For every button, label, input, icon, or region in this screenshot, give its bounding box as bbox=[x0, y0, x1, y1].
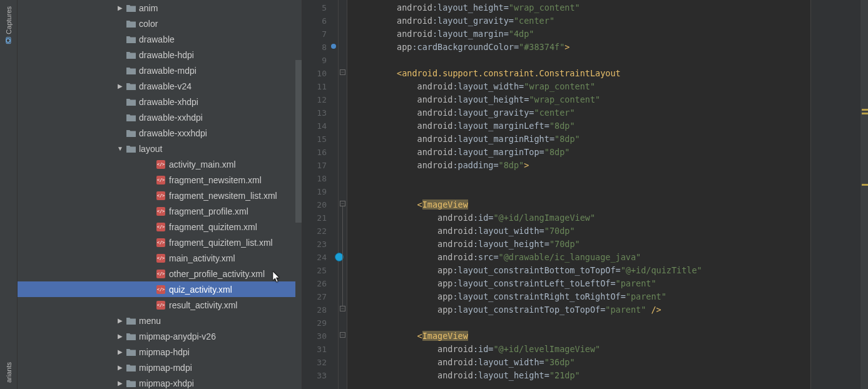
tree-folder[interactable]: ▶mipmap-anydpi-v26 bbox=[18, 328, 302, 344]
code-line[interactable]: android:layout_width="70dp" bbox=[356, 225, 810, 238]
tree-file[interactable]: main_activity.xml bbox=[18, 250, 302, 266]
tree-folder[interactable]: drawable-mdpi bbox=[18, 63, 302, 78]
line-number[interactable]: 33 bbox=[302, 369, 327, 382]
line-number[interactable]: 15 bbox=[302, 133, 327, 146]
warning-marker[interactable] bbox=[862, 109, 868, 111]
line-number[interactable]: 25 bbox=[302, 264, 327, 277]
tree-file[interactable]: result_activity.xml bbox=[18, 297, 302, 313]
tree-folder[interactable]: drawable-xhdpi bbox=[18, 94, 302, 109]
tree-folder[interactable]: drawable-xxhdpi bbox=[18, 109, 302, 125]
tree-folder[interactable]: ▶mipmap-hdpi bbox=[18, 344, 302, 360]
line-number[interactable]: 18 bbox=[302, 172, 327, 185]
line-number[interactable]: 8 bbox=[302, 41, 327, 54]
code-line[interactable]: android:layout_marginLeft="8dp" bbox=[356, 119, 810, 133]
warning-marker[interactable] bbox=[862, 113, 868, 114]
line-number[interactable]: 22 bbox=[302, 225, 327, 238]
expand-arrow-icon[interactable]: ▶ bbox=[115, 380, 125, 386]
code-line[interactable]: app:layout_constraintBottom_toTopOf="@+i… bbox=[356, 264, 810, 277]
tree-file[interactable]: fragment_newsitem.xml bbox=[18, 172, 302, 188]
tree-file[interactable]: other_profile_activity.xml bbox=[18, 266, 302, 281]
tree-scrollbar[interactable] bbox=[295, 0, 302, 389]
line-number[interactable]: 11 bbox=[302, 80, 327, 93]
fold-toggle-icon[interactable]: − bbox=[340, 306, 345, 311]
tree-file[interactable]: fragment_quizitem_list.xml bbox=[18, 235, 302, 250]
expand-arrow-icon[interactable]: ▶ bbox=[115, 333, 125, 340]
line-number[interactable]: 29 bbox=[302, 316, 327, 330]
code-line[interactable]: <ImageView bbox=[356, 330, 810, 343]
gutter-hint-icon[interactable] bbox=[331, 44, 336, 49]
expand-arrow-icon[interactable]: ▼ bbox=[115, 145, 125, 152]
line-number-gutter[interactable]: 5678910111213141516171819202122232425262… bbox=[302, 0, 339, 389]
code-line[interactable]: android:layout_marginRight="8dp" bbox=[356, 133, 810, 146]
line-number[interactable]: 32 bbox=[302, 356, 327, 369]
expand-arrow-icon[interactable]: ▶ bbox=[115, 364, 125, 371]
line-number[interactable]: 12 bbox=[302, 93, 327, 106]
captures-tool-tab[interactable]: Captures bbox=[0, 3, 17, 48]
error-marker-strip[interactable] bbox=[860, 0, 868, 389]
code-line[interactable] bbox=[356, 172, 810, 185]
project-tree-panel[interactable]: ▶animcolordrawabledrawable-hdpidrawable-… bbox=[18, 0, 302, 389]
line-number[interactable]: 31 bbox=[302, 343, 327, 356]
tree-folder[interactable]: ▶mipmap-mdpi bbox=[18, 360, 302, 375]
code-line[interactable]: android:layout_height="wrap_content" bbox=[356, 93, 810, 106]
code-line[interactable]: android:id="@+id/levelImageView" bbox=[356, 343, 810, 356]
tree-folder[interactable]: ▼layout bbox=[18, 141, 302, 156]
line-number[interactable]: 26 bbox=[302, 277, 327, 290]
tree-file[interactable]: fragment_newsitem_list.xml bbox=[18, 188, 302, 203]
line-number[interactable]: 9 bbox=[302, 54, 327, 67]
tree-folder[interactable]: ▶anim bbox=[18, 0, 302, 16]
line-number[interactable]: 23 bbox=[302, 238, 327, 251]
tree-folder[interactable]: drawable-hdpi bbox=[18, 47, 302, 63]
code-line[interactable] bbox=[356, 185, 810, 198]
fold-toggle-icon[interactable]: − bbox=[340, 201, 345, 206]
code-line[interactable]: android:id="@+id/langImageView" bbox=[356, 211, 810, 225]
line-number[interactable]: 13 bbox=[302, 106, 327, 119]
line-number[interactable]: 27 bbox=[302, 290, 327, 303]
code-line[interactable]: app:layout_constraintRight_toRightOf="pa… bbox=[356, 290, 810, 303]
code-editor[interactable]: 5678910111213141516171819202122232425262… bbox=[302, 0, 868, 389]
code-line[interactable]: android:layout_width="wrap_content" bbox=[356, 80, 810, 93]
expand-arrow-icon[interactable]: ▶ bbox=[115, 348, 125, 355]
line-number[interactable]: 21 bbox=[302, 211, 327, 225]
code-line[interactable]: <ImageView bbox=[356, 198, 810, 211]
tree-file[interactable]: activity_main.xml bbox=[18, 156, 302, 172]
tree-folder[interactable]: drawable-xxxhdpi bbox=[18, 125, 302, 141]
code-line[interactable]: android:layout_height="70dp" bbox=[356, 238, 810, 251]
code-area[interactable]: android:layout_height="wrap_content" and… bbox=[347, 0, 810, 389]
tree-folder[interactable]: color bbox=[18, 16, 302, 31]
tree-folder[interactable]: ▶menu bbox=[18, 313, 302, 328]
line-number[interactable]: 30 bbox=[302, 330, 327, 343]
code-line[interactable]: android:layout_margin="4dp" bbox=[356, 28, 810, 41]
code-line[interactable]: android:padding="8dp"> bbox=[356, 159, 810, 172]
fold-toggle-icon[interactable]: − bbox=[340, 332, 345, 338]
code-line[interactable] bbox=[356, 54, 810, 67]
line-number[interactable]: 17 bbox=[302, 159, 327, 172]
expand-arrow-icon[interactable]: ▶ bbox=[115, 317, 125, 324]
code-line[interactable]: app:layout_constraintLeft_toLeftOf="pare… bbox=[356, 277, 810, 290]
line-number[interactable]: 28 bbox=[302, 303, 327, 316]
tree-folder[interactable]: ▶mipmap-xhdpi bbox=[18, 375, 302, 389]
line-number[interactable]: 10 bbox=[302, 67, 327, 80]
tree-file[interactable]: fragment_profile.xml bbox=[18, 203, 302, 219]
code-line[interactable]: app:cardBackgroundColor="#38374f"> bbox=[356, 41, 810, 54]
tree-file[interactable]: quiz_activity.xml bbox=[18, 281, 302, 297]
tree-folder[interactable]: ▶drawable-v24 bbox=[18, 78, 302, 94]
code-line[interactable]: android:layout_gravity="center" bbox=[356, 14, 810, 28]
line-number[interactable]: 20 bbox=[302, 198, 327, 211]
code-line[interactable]: android:layout_height="21dp" bbox=[356, 369, 810, 382]
line-number[interactable]: 14 bbox=[302, 119, 327, 133]
code-line[interactable]: android:layout_marginTop="8dp" bbox=[356, 146, 810, 159]
code-line[interactable]: <android.support.constraint.ConstraintLa… bbox=[356, 67, 810, 80]
tree-file[interactable]: fragment_quizitem.xml bbox=[18, 219, 302, 235]
expand-arrow-icon[interactable]: ▶ bbox=[115, 4, 125, 11]
code-line[interactable]: android:layout_gravity="center" bbox=[356, 106, 810, 119]
fold-gutter[interactable]: −−−− bbox=[339, 0, 347, 389]
line-number[interactable]: 19 bbox=[302, 185, 327, 198]
line-number[interactable]: 16 bbox=[302, 146, 327, 159]
line-number[interactable]: 5 bbox=[302, 1, 327, 14]
code-line[interactable]: android:layout_width="36dp" bbox=[356, 356, 810, 369]
line-number[interactable]: 6 bbox=[302, 14, 327, 28]
code-line[interactable]: android:src="@drawable/ic_language_java" bbox=[356, 251, 810, 264]
code-line[interactable]: app:layout_constraintTop_toTopOf="parent… bbox=[356, 303, 810, 316]
line-number[interactable]: 7 bbox=[302, 28, 327, 41]
